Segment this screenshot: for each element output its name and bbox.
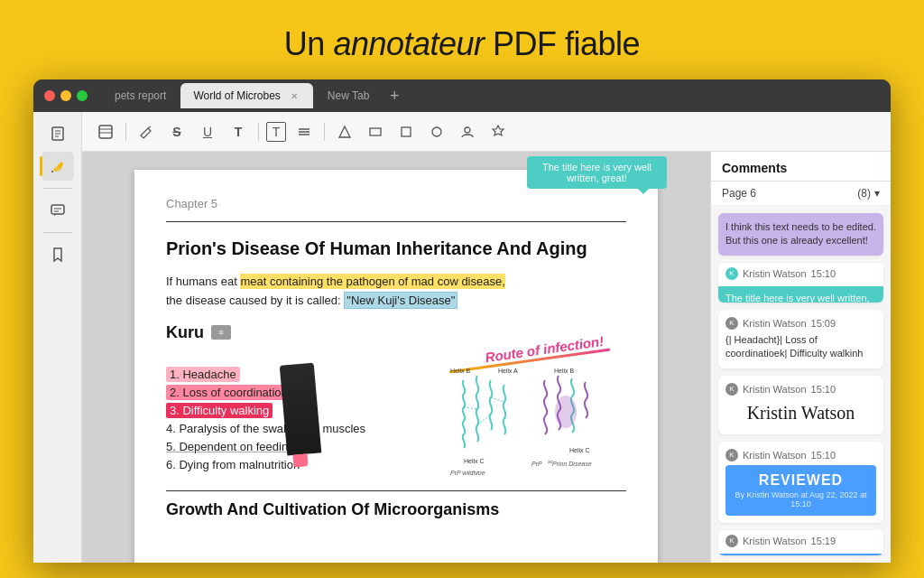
- traffic-lights: [44, 90, 88, 101]
- avatar-kristin-2: K: [725, 267, 738, 280]
- tab-new-tab[interactable]: New Tab: [315, 83, 382, 108]
- hero-text: Un annotateur PDF fiable: [284, 25, 640, 62]
- comment-teal-box: The title here is very well written, gre…: [718, 286, 883, 303]
- comment-item-2: K Kristin Watson 15:10 The title here is…: [718, 263, 883, 303]
- toolbar-sep-2: [258, 123, 259, 141]
- tab-close-button[interactable]: ✕: [288, 89, 300, 102]
- sidebar-item-highlight[interactable]: [42, 152, 74, 181]
- sidebar-item-pages[interactable]: [42, 119, 74, 148]
- svg-line-23: [464, 407, 477, 409]
- svg-text:Helix B: Helix B: [450, 368, 471, 374]
- comments-list: I think this text needs to be edited. Bu…: [711, 206, 891, 563]
- title-bar: pets report World of Microbes ✕ New Tab …: [33, 79, 891, 112]
- svg-line-24: [477, 414, 491, 425]
- callout-box: The title here is very well written, gre…: [527, 156, 667, 189]
- pdf-area[interactable]: The title here is very well written, gre…: [82, 152, 710, 563]
- svg-rect-5: [51, 205, 64, 214]
- tool-list[interactable]: [291, 119, 317, 144]
- svg-rect-8: [99, 126, 112, 138]
- protein-svg: Helix B Helix A: [437, 353, 617, 475]
- highlight-blue: "New Kuji's Disease": [344, 292, 457, 309]
- sidebar-item-annotations[interactable]: [42, 196, 74, 225]
- comment-partial-bar: [718, 554, 883, 555]
- minimize-button[interactable]: [60, 90, 71, 101]
- symptom-list: 1. Headache 2. Loss of coordination 3. D…: [166, 351, 413, 478]
- svg-text:Helix A: Helix A: [498, 368, 518, 374]
- pdf-comments-area: The title here is very well written, gre…: [82, 152, 891, 563]
- tool-triangle[interactable]: [332, 119, 357, 144]
- comments-header: Comments: [711, 152, 891, 182]
- comment-count: (8): [857, 187, 871, 200]
- hero-section: Un annotateur PDF fiable: [284, 25, 640, 63]
- pdf-title: Prion's Disease Of Human Inheritance And…: [166, 237, 626, 260]
- toolbar-sep-3: [324, 123, 325, 141]
- signature: Kristin Watson: [725, 399, 876, 427]
- tool-select[interactable]: [93, 119, 118, 144]
- toolbar: S U T T: [82, 112, 891, 152]
- svg-line-25: [491, 397, 504, 402]
- avatar-kristin-6: K: [725, 535, 738, 547]
- comments-panel: Comments Page 6 (8) ▾ I think this text …: [710, 152, 891, 563]
- pdf-divider-top: [166, 221, 626, 222]
- svg-text:Helix C: Helix C: [569, 447, 590, 453]
- chevron-down-icon[interactable]: ▾: [874, 187, 880, 200]
- chapter-label: Chapter 5: [166, 197, 626, 210]
- kuru-note-icon: ≡: [211, 325, 231, 340]
- tool-user[interactable]: [455, 119, 480, 144]
- reviewed-badge: REVIEWED By Kristin Watson at Aug 22, 20…: [725, 465, 876, 516]
- sidebar-divider-2: [43, 232, 72, 233]
- tab-bar: pets report World of Microbes ✕ New Tab …: [102, 83, 880, 108]
- svg-point-18: [432, 127, 441, 136]
- maximize-button[interactable]: [77, 90, 88, 101]
- svg-rect-16: [370, 128, 381, 135]
- tool-circle[interactable]: [424, 119, 449, 144]
- svg-rect-17: [402, 127, 411, 136]
- avatar-kristin-5: K: [725, 449, 738, 461]
- tab-pets-report[interactable]: pets report: [102, 83, 179, 108]
- svg-marker-20: [493, 126, 504, 135]
- tool-square[interactable]: [393, 119, 419, 144]
- svg-text:Helix C: Helix C: [464, 458, 485, 464]
- tool-pen[interactable]: [134, 119, 159, 144]
- tool-text-T2[interactable]: T: [266, 122, 286, 142]
- pdf-page: The title here is very well written, gre…: [134, 170, 658, 563]
- active-indicator: [40, 156, 42, 176]
- tool-underline[interactable]: U: [195, 119, 220, 144]
- page-label: Page 6: [722, 187, 756, 200]
- comment-text-1: I think this text needs to be edited. Bu…: [725, 220, 876, 248]
- reviewed-sub: By Kristin Watson at Aug 22, 2022 at 15:…: [733, 490, 869, 508]
- main-area: S U T T: [33, 112, 891, 563]
- new-tab-button[interactable]: +: [383, 85, 405, 107]
- symptom-6: 6. Dying from malnutrition: [166, 458, 413, 471]
- svg-text:PrP wildtype: PrP wildtype: [450, 470, 485, 475]
- svg-text:Helix B: Helix B: [554, 368, 575, 374]
- svg-point-29: [555, 396, 577, 428]
- protein-diagram: Helix B Helix A: [428, 351, 626, 478]
- comments-page-header: Page 6 (8) ▾: [711, 182, 891, 206]
- avatar-kristin-4: K: [725, 383, 738, 396]
- sidebar-item-bookmarks[interactable]: [42, 240, 74, 269]
- svg-line-11: [148, 126, 151, 128]
- browser-window: pets report World of Microbes ✕ New Tab …: [33, 79, 891, 563]
- pdf-body: If humans eat meat containing the pathog…: [166, 273, 626, 311]
- svg-text:PrP: PrP: [531, 461, 542, 467]
- comment-item-4: K Kristin Watson 15:10 Kristin Watson: [718, 376, 883, 434]
- comment-item-1: I think this text needs to be edited. Bu…: [718, 213, 883, 256]
- tool-strikethrough[interactable]: S: [164, 119, 189, 144]
- comment-item-6: K Kristin Watson 15:19: [718, 530, 883, 555]
- highlight-yellow: meat containing the pathogen of mad cow …: [240, 274, 504, 289]
- reviewed-main: REVIEWED: [733, 472, 869, 489]
- tool-stamp[interactable]: [485, 119, 511, 144]
- svg-marker-15: [339, 126, 350, 137]
- avatar-kristin-3: K: [725, 317, 738, 330]
- content-wrapper: S U T T: [82, 112, 891, 563]
- close-button[interactable]: [44, 90, 55, 101]
- tool-text-T1[interactable]: T: [226, 119, 251, 144]
- sidebar-divider-1: [43, 188, 72, 189]
- svg-point-19: [465, 127, 470, 133]
- comment-item-3: K Kristin Watson 15:09 {| Headacht}| Los…: [718, 310, 883, 368]
- tool-rect[interactable]: [363, 119, 388, 144]
- growth-title: Growth And Cultivation Of Microorganisms: [166, 490, 626, 519]
- tab-world-of-microbes[interactable]: World of Microbes ✕: [180, 83, 312, 108]
- svg-text:Prion Disease: Prion Disease: [552, 461, 592, 467]
